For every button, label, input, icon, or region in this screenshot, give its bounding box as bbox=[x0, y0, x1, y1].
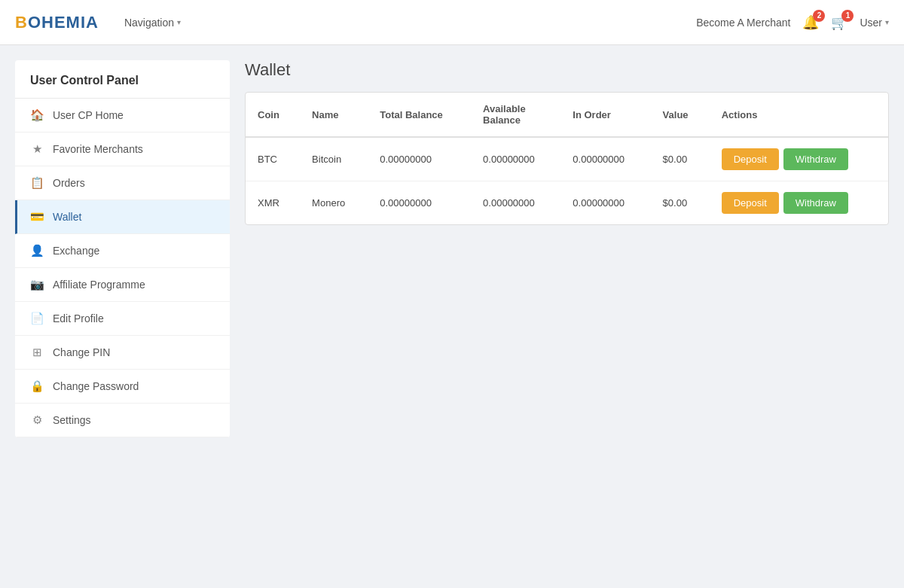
cell-in-order-0: 0.00000000 bbox=[560, 137, 650, 181]
notifications-button[interactable]: 🔔 2 bbox=[802, 14, 819, 31]
brand-logo[interactable]: BOHEMIA bbox=[15, 13, 99, 32]
table-header-row: Coin Name Total Balance AvailableBalance… bbox=[246, 93, 888, 137]
col-value: Value bbox=[651, 93, 710, 137]
navigation-menu[interactable]: Navigation ▾ bbox=[117, 12, 188, 33]
sidebar-label-settings: Settings bbox=[53, 414, 91, 426]
wallet-table: Coin Name Total Balance AvailableBalance… bbox=[246, 93, 888, 224]
orders-icon: 📋 bbox=[30, 176, 44, 190]
cell-name-0: Bitcoin bbox=[300, 137, 368, 181]
cell-total-balance-1: 0.00000000 bbox=[368, 181, 471, 225]
user-menu[interactable]: User ▾ bbox=[860, 17, 889, 29]
sidebar-item-change-password[interactable]: 🔒 Change Password bbox=[15, 370, 230, 404]
page-layout: User Control Panel 🏠 User CP Home ★ Favo… bbox=[0, 45, 904, 588]
navbar-right: Become A Merchant 🔔 2 🛒 1 User ▾ bbox=[696, 14, 889, 31]
col-total-balance: Total Balance bbox=[368, 93, 471, 137]
edit-profile-icon: 📄 bbox=[30, 312, 44, 325]
deposit-button-0[interactable]: Deposit bbox=[722, 148, 779, 170]
withdraw-button-0[interactable]: Withdraw bbox=[783, 148, 848, 170]
page-title: Wallet bbox=[245, 60, 889, 80]
sidebar-label-wallet: Wallet bbox=[53, 211, 81, 223]
user-label: User bbox=[860, 17, 882, 29]
sidebar: User Control Panel 🏠 User CP Home ★ Favo… bbox=[15, 60, 230, 437]
cell-name-1: Monero bbox=[300, 181, 368, 225]
star-icon: ★ bbox=[30, 142, 44, 156]
col-name: Name bbox=[300, 93, 368, 137]
sidebar-item-wallet[interactable]: 💳 Wallet bbox=[15, 200, 230, 234]
sidebar-item-affiliate[interactable]: 📷 Affiliate Programme bbox=[15, 268, 230, 302]
sidebar-item-favorite-merchants[interactable]: ★ Favorite Merchants bbox=[15, 133, 230, 166]
sidebar-item-user-cp-home[interactable]: 🏠 User CP Home bbox=[15, 99, 230, 133]
withdraw-button-1[interactable]: Withdraw bbox=[783, 192, 848, 214]
sidebar-item-exchange[interactable]: 👤 Exchange bbox=[15, 234, 230, 268]
deposit-button-1[interactable]: Deposit bbox=[722, 192, 779, 214]
cell-in-order-1: 0.00000000 bbox=[560, 181, 650, 225]
wallet-table-card: Coin Name Total Balance AvailableBalance… bbox=[245, 92, 889, 225]
cell-available-balance-0: 0.00000000 bbox=[471, 137, 560, 181]
sidebar-item-settings[interactable]: ⚙ Settings bbox=[15, 404, 230, 437]
wallet-icon: 💳 bbox=[30, 210, 44, 224]
sidebar-label-favorite-merchants: Favorite Merchants bbox=[53, 143, 143, 155]
notifications-badge: 2 bbox=[813, 10, 825, 22]
sidebar-item-edit-profile[interactable]: 📄 Edit Profile bbox=[15, 302, 230, 336]
nav-chevron-icon: ▾ bbox=[177, 18, 181, 26]
navbar: BOHEMIA Navigation ▾ Become A Merchant 🔔… bbox=[0, 0, 904, 45]
sidebar-label-change-pin: Change PIN bbox=[53, 346, 110, 358]
table-row: BTC Bitcoin 0.00000000 0.00000000 0.0000… bbox=[246, 137, 888, 181]
sidebar-label-orders: Orders bbox=[53, 177, 85, 189]
wallet-table-body: BTC Bitcoin 0.00000000 0.00000000 0.0000… bbox=[246, 137, 888, 224]
cell-value-1: $0.00 bbox=[651, 181, 710, 225]
settings-icon: ⚙ bbox=[30, 413, 44, 427]
become-merchant-link[interactable]: Become A Merchant bbox=[696, 17, 790, 29]
sidebar-label-user-cp-home: User CP Home bbox=[53, 109, 124, 121]
col-in-order: In Order bbox=[560, 93, 650, 137]
sidebar-label-edit-profile: Edit Profile bbox=[53, 312, 104, 324]
navigation-label: Navigation bbox=[124, 17, 174, 29]
sidebar-label-exchange: Exchange bbox=[53, 245, 99, 257]
brand-b: B bbox=[15, 13, 28, 32]
col-coin: Coin bbox=[246, 93, 300, 137]
pin-icon: ⊞ bbox=[30, 346, 44, 359]
cart-button[interactable]: 🛒 1 bbox=[831, 14, 848, 31]
cell-actions-0: Deposit Withdraw bbox=[710, 137, 888, 181]
home-icon: 🏠 bbox=[30, 108, 44, 122]
main-content: Wallet Coin Name Total Balance Available… bbox=[230, 60, 889, 573]
col-actions: Actions bbox=[710, 93, 888, 137]
cell-available-balance-1: 0.00000000 bbox=[471, 181, 560, 225]
cell-coin-1: XMR bbox=[246, 181, 300, 225]
sidebar-title: User Control Panel bbox=[15, 60, 230, 99]
cell-value-0: $0.00 bbox=[651, 137, 710, 181]
password-icon: 🔒 bbox=[30, 379, 44, 393]
brand-rest: OHEMIA bbox=[28, 13, 99, 32]
table-row: XMR Monero 0.00000000 0.00000000 0.00000… bbox=[246, 181, 888, 225]
cell-actions-1: Deposit Withdraw bbox=[710, 181, 888, 225]
exchange-icon: 👤 bbox=[30, 244, 44, 257]
sidebar-label-change-password: Change Password bbox=[53, 380, 139, 392]
affiliate-icon: 📷 bbox=[30, 278, 44, 291]
cell-coin-0: BTC bbox=[246, 137, 300, 181]
col-available-balance: AvailableBalance bbox=[471, 93, 560, 137]
sidebar-label-affiliate: Affiliate Programme bbox=[53, 279, 145, 291]
sidebar-item-orders[interactable]: 📋 Orders bbox=[15, 166, 230, 200]
cell-total-balance-0: 0.00000000 bbox=[368, 137, 471, 181]
cart-badge: 1 bbox=[841, 10, 854, 22]
user-chevron-icon: ▾ bbox=[885, 18, 889, 26]
sidebar-item-change-pin[interactable]: ⊞ Change PIN bbox=[15, 336, 230, 370]
